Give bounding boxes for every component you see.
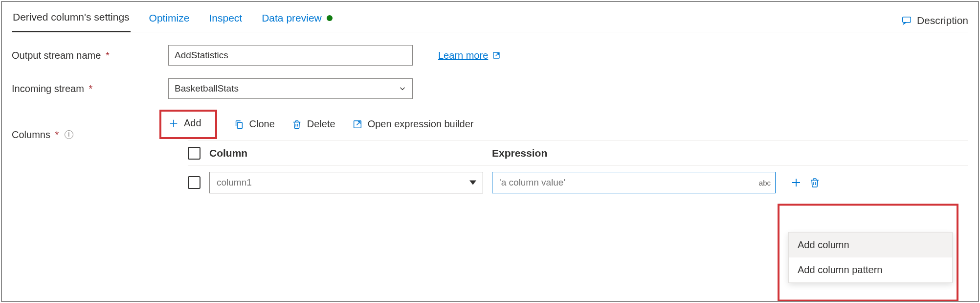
- description-label: Description: [917, 15, 968, 26]
- add-button[interactable]: Add: [168, 117, 201, 129]
- column-header-name: Column: [209, 147, 483, 159]
- add-row-icon[interactable]: [790, 177, 802, 188]
- incoming-stream-row: Incoming stream * BasketballStats: [12, 78, 968, 99]
- trash-icon: [291, 119, 302, 130]
- tabs-row: Derived column's settings Optimize Inspe…: [12, 9, 968, 32]
- table-row: abc: [188, 166, 968, 199]
- menu-add-column[interactable]: Add column: [789, 233, 952, 257]
- columns-row: Columns * i: [12, 129, 968, 140]
- tab-data-preview-label: Data preview: [262, 12, 322, 24]
- columns-table: Column Expression abc: [188, 140, 968, 199]
- expression-input[interactable]: [492, 172, 776, 193]
- columns-label-text: Columns: [12, 129, 50, 140]
- comment-icon: [901, 15, 912, 26]
- learn-more-link[interactable]: Learn more: [438, 50, 501, 61]
- output-stream-label-text: Output stream name: [12, 50, 101, 61]
- column-name-wrap: [209, 172, 483, 193]
- clone-button[interactable]: Clone: [234, 118, 275, 130]
- type-badge: abc: [759, 178, 771, 186]
- column-header-expression: Expression: [492, 147, 968, 159]
- open-external-icon: [352, 119, 363, 130]
- incoming-stream-label: Incoming stream *: [12, 83, 168, 94]
- row-actions: [790, 177, 821, 188]
- tab-settings[interactable]: Derived column's settings: [12, 9, 131, 32]
- incoming-stream-label-text: Incoming stream: [12, 83, 84, 94]
- columns-label: Columns * i: [12, 129, 168, 140]
- tab-optimize-label: Optimize: [149, 12, 190, 24]
- output-stream-input[interactable]: [168, 45, 413, 66]
- info-icon[interactable]: i: [65, 130, 73, 139]
- incoming-stream-select-wrap: BasketballStats: [168, 78, 413, 99]
- tab-data-preview[interactable]: Data preview: [261, 9, 334, 32]
- required-asterisk: *: [55, 129, 59, 140]
- tab-optimize[interactable]: Optimize: [148, 9, 191, 32]
- menu-add-column-pattern-label: Add column pattern: [798, 264, 882, 275]
- add-dropdown-menu: Add column Add column pattern: [788, 232, 953, 283]
- tab-inspect-label: Inspect: [209, 12, 242, 24]
- derived-column-panel: Derived column's settings Optimize Inspe…: [1, 1, 979, 302]
- expression-wrap: abc: [492, 172, 776, 193]
- select-all-checkbox[interactable]: [188, 147, 200, 160]
- open-expression-builder-button[interactable]: Open expression builder: [352, 118, 474, 130]
- svg-rect-2: [237, 122, 242, 128]
- delete-button-label: Delete: [307, 118, 335, 130]
- plus-icon: [168, 118, 179, 129]
- delete-button[interactable]: Delete: [291, 118, 335, 130]
- incoming-stream-select[interactable]: BasketballStats: [168, 78, 413, 99]
- output-stream-label: Output stream name *: [12, 50, 168, 61]
- external-link-icon: [492, 51, 501, 60]
- row-checkbox[interactable]: [188, 176, 200, 189]
- svg-rect-0: [903, 17, 911, 22]
- learn-more-text: Learn more: [438, 50, 488, 61]
- required-asterisk: *: [89, 83, 92, 94]
- tab-inspect[interactable]: Inspect: [208, 9, 243, 32]
- required-asterisk: *: [106, 50, 110, 61]
- open-expression-builder-label: Open expression builder: [368, 118, 474, 130]
- column-name-input[interactable]: [209, 172, 483, 193]
- add-button-label: Add: [184, 117, 201, 129]
- menu-add-column-pattern[interactable]: Add column pattern: [789, 257, 952, 282]
- description-button[interactable]: Description: [901, 15, 968, 26]
- copy-icon: [234, 119, 245, 130]
- tab-settings-label: Derived column's settings: [13, 11, 130, 23]
- columns-header-row: Column Expression: [188, 141, 968, 166]
- output-stream-row: Output stream name * Learn more: [12, 45, 968, 66]
- clone-button-label: Clone: [249, 118, 275, 130]
- delete-row-icon[interactable]: [809, 177, 821, 188]
- status-dot-icon: [327, 15, 333, 21]
- incoming-stream-value: BasketballStats: [175, 83, 239, 94]
- menu-add-column-label: Add column: [798, 239, 849, 250]
